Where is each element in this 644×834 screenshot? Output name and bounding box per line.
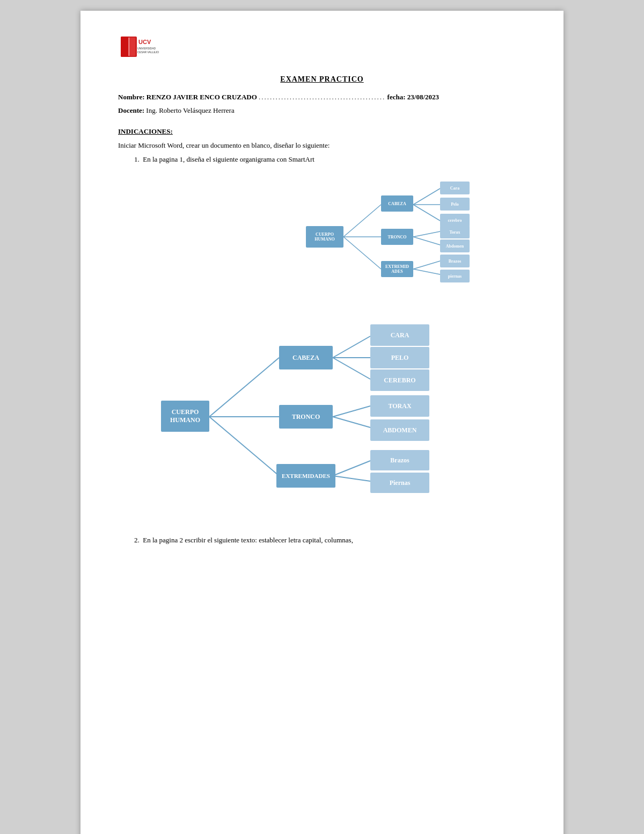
header: UCV UNIVERSIDAD CESAR VALLEJO [118,32,526,64]
org2-root: CUERPO HUMANO [161,401,209,432]
org2-tronco: TRONCO [279,405,333,429]
fecha-label: fecha: [387,93,406,101]
ucv-logo: UCV UNIVERSIDAD CESAR VALLEJO [118,32,161,64]
svg-line-10 [343,237,381,269]
svg-line-24 [333,406,370,417]
fecha-value: 23/08/2023 [407,93,439,101]
student-name: RENZO JAVIER ENCO CRUZADO [147,93,257,101]
nombre-label: Nombre: [118,93,145,101]
svg-line-25 [333,417,370,427]
org1-cabeza: CABEZA [381,195,413,212]
organigrama-1-container: CUERPO HUMANO CABEZA TRONCO EXTREMID ADE… [118,175,526,299]
svg-text:UCV: UCV [138,39,151,45]
org1-extremidades: EXTREMID ADES [381,261,413,277]
org2-cabeza: CABEZA [279,346,333,369]
organigrama-2: CUERPO HUMANO CABEZA TRONCO EXTREMIDADES… [134,315,510,519]
org1-brazos: Brazos [440,255,470,267]
org1-abdomen: Abdomen [440,240,470,252]
org1-tronco: TRONCO [381,229,413,245]
org2-brazos: Brazos [370,450,429,470]
indicaciones-title: INDICACIONES: [118,127,526,136]
teacher-info: Docente: Ing. Roberto Velásquez Herrera [118,105,526,117]
svg-line-16 [413,261,440,269]
svg-line-14 [413,231,440,237]
svg-line-20 [209,417,279,476]
org2-abdomen: ABDOMEN [370,419,429,441]
svg-line-13 [413,205,440,221]
item-2: 2. En la pagina 2 escribir el siguiente … [134,535,526,546]
item-1: 1. En la pagina 1, diseña el siguiente o… [134,154,526,165]
svg-line-26 [333,461,370,476]
svg-line-18 [209,358,279,417]
svg-line-8 [343,205,381,237]
org1-torax: Torax [440,226,470,238]
org1-piernas: piernas [440,270,470,282]
teacher-name: Ing. Roberto Velásquez Herrera [146,106,234,114]
dots: ........................................… [259,93,385,101]
org2-cara: CARA [370,324,429,346]
org1-pelo: Pelo [440,198,470,211]
org2-torax: TORAX [370,395,429,417]
intro-text: Iniciar Microsoft Word, crear un documen… [118,140,526,151]
org2-cerebro: CEREBRO [370,369,429,391]
organigrama-1: CUERPO HUMANO CABEZA TRONCO EXTREMID ADE… [290,175,515,299]
org2-extremidades: EXTREMIDADES [276,464,335,488]
org2-piernas: Piernas [370,473,429,493]
org1-cerebro: cerebro [440,214,470,227]
org1-cara: Cara [440,182,470,194]
svg-line-11 [413,188,440,205]
title-block: EXAMEN PRACTICO [118,75,526,84]
exam-title: EXAMEN PRACTICO [118,75,526,84]
svg-line-15 [413,237,440,245]
svg-rect-3 [121,37,129,57]
svg-line-23 [333,358,370,379]
svg-text:CESAR VALLEJO: CESAR VALLEJO [137,50,159,54]
svg-line-21 [333,336,370,358]
page: UCV UNIVERSIDAD CESAR VALLEJO EXAMEN PRA… [80,11,564,834]
organigrama-2-container: CUERPO HUMANO CABEZA TRONCO EXTREMIDADES… [118,315,526,519]
svg-text:UNIVERSIDAD: UNIVERSIDAD [137,47,156,50]
org1-root: CUERPO HUMANO [306,226,343,248]
svg-line-27 [333,476,370,481]
svg-line-17 [413,269,440,274]
student-info: Nombre: RENZO JAVIER ENCO CRUZADO ......… [118,92,526,103]
org2-pelo: PELO [370,347,429,368]
docente-label: Docente: [118,106,144,114]
